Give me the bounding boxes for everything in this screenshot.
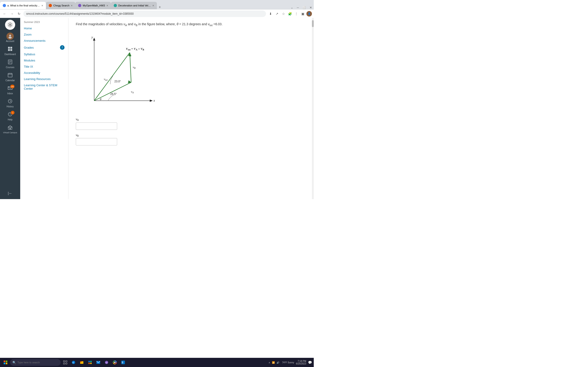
tab-4-title: Deceleration and Initial Velocity... xyxy=(118,4,151,7)
tab-1-favicon xyxy=(3,4,6,7)
va-subscript: A xyxy=(77,119,79,122)
sidebar-item-calendar[interactable]: Calendar xyxy=(0,71,20,84)
nav-link-modules[interactable]: Modules xyxy=(20,57,68,64)
history-icon xyxy=(8,99,13,105)
svg-point-7 xyxy=(8,23,9,24)
nav-panel: Summer 2023 Home Zoom Announcements Grad… xyxy=(20,18,69,199)
dashboard-label: Dashboard xyxy=(5,53,16,56)
nav-grades-row: Grades 7 xyxy=(20,44,68,51)
minimize-button[interactable]: ─ xyxy=(295,6,301,9)
collapse-icon: |← xyxy=(8,191,12,195)
nav-link-home[interactable]: Home xyxy=(20,25,68,31)
vb-label: vB xyxy=(76,133,304,137)
profile-avatar[interactable]: 👤 xyxy=(306,11,312,17)
svg-line-37 xyxy=(130,52,131,82)
sidebar-item-dashboard[interactable]: Dashboard xyxy=(0,44,20,58)
tab-4-close[interactable]: ✕ xyxy=(152,4,154,7)
toolbar-icons: ⬇ ↗ ☆ 🧩 ⋮ ▣ 👤 xyxy=(268,11,312,17)
svg-marker-29 xyxy=(93,38,95,41)
nav-link-learning-center[interactable]: Learning Center & STEM Center xyxy=(20,82,68,92)
tab-list-button[interactable]: ⌄ xyxy=(289,6,295,9)
main-layout: Account Dashboard xyxy=(0,18,314,199)
svg-text:x: x xyxy=(153,99,155,102)
bookmark-icon[interactable]: ☆ xyxy=(281,11,286,17)
account-label: Account xyxy=(6,40,14,43)
question-text: Find the magnitudes of velocities vA and… xyxy=(76,22,304,27)
vb-input[interactable] xyxy=(76,138,117,145)
sidebar-item-courses[interactable]: Courses xyxy=(0,58,20,71)
forward-button[interactable]: → xyxy=(9,11,15,16)
vb-subscript: B xyxy=(77,135,79,137)
svg-rect-27 xyxy=(10,128,10,129)
svg-text:26.5°: 26.5° xyxy=(110,92,117,96)
tab-3-favicon xyxy=(78,4,81,7)
back-button[interactable]: ← xyxy=(2,11,7,16)
svg-rect-13 xyxy=(10,49,12,51)
svg-point-9 xyxy=(9,37,12,39)
url-input[interactable] xyxy=(23,10,266,17)
tab-1-close[interactable]: ✕ xyxy=(41,4,43,7)
va-label: vA xyxy=(76,118,304,121)
sidebar-item-virtual-campus[interactable]: Virtual Campus xyxy=(0,123,20,136)
history-label: History xyxy=(6,105,14,108)
vector-diagram: y x xyxy=(80,32,304,111)
vector-diagram-svg: y x xyxy=(80,32,158,110)
nav-link-learning-resources[interactable]: Learning Resources xyxy=(20,76,68,82)
sidebar: Account Dashboard xyxy=(0,18,20,199)
dashboard-icon xyxy=(8,46,13,52)
tab-bar: a. What is the final velocity of a f... … xyxy=(0,0,314,9)
download-icon[interactable]: ⬇ xyxy=(268,11,273,17)
tab-4[interactable]: Deceleration and Initial Velocity... ✕ xyxy=(111,2,157,9)
svg-text:23.0°: 23.0° xyxy=(114,80,121,83)
restore-button[interactable]: ⬜ xyxy=(301,6,308,9)
virtual-campus-label: Virtual Campus xyxy=(3,131,17,134)
address-bar: ← → ↻ ⬇ ↗ ☆ 🧩 ⋮ ▣ 👤 xyxy=(0,9,314,18)
svg-marker-32 xyxy=(150,100,153,102)
close-browser-button[interactable]: ✕ xyxy=(308,6,314,9)
svg-point-8 xyxy=(9,35,11,36)
svg-rect-10 xyxy=(8,47,10,49)
svg-text:vB: vB xyxy=(133,65,136,69)
nav-link-syllabus[interactable]: Syllabus xyxy=(20,51,68,57)
svg-text:?: ? xyxy=(9,113,11,116)
calendar-icon xyxy=(8,73,13,79)
tab-2[interactable]: Chegg Search ✕ xyxy=(46,2,75,9)
content-area: Find the magnitudes of velocities vA and… xyxy=(69,18,312,199)
share-icon[interactable]: ↗ xyxy=(274,11,280,17)
sidebar-item-history[interactable]: History xyxy=(0,97,20,110)
sidebar-item-account[interactable]: Account xyxy=(0,31,20,44)
extensions-icon[interactable]: 🧩 xyxy=(287,11,293,17)
sidebar-item-inbox[interactable]: 255 Inbox xyxy=(0,84,20,97)
calendar-label: Calendar xyxy=(6,79,15,82)
svg-marker-26 xyxy=(8,125,12,127)
scrollbar-track xyxy=(312,18,314,199)
tab-1[interactable]: a. What is the final velocity of a f... … xyxy=(0,2,46,9)
browser-menu-icon[interactable]: ⋮ xyxy=(294,11,299,17)
sidebar-collapse-button[interactable]: |← xyxy=(0,190,20,197)
nav-link-zoom[interactable]: Zoom xyxy=(20,31,68,38)
svg-text:θ: θ xyxy=(100,98,102,101)
va-input[interactable] xyxy=(76,123,117,130)
tab-2-title: Chegg Search xyxy=(53,4,69,7)
tab-2-close[interactable]: ✕ xyxy=(71,4,73,7)
scrollbar-thumb[interactable] xyxy=(312,20,314,27)
new-tab-button[interactable]: + xyxy=(157,5,163,9)
refresh-button[interactable]: ↻ xyxy=(17,11,22,16)
help-count-badge: 1 xyxy=(11,111,15,115)
sidebar-item-help[interactable]: ? 1 Help xyxy=(0,110,20,123)
account-avatar xyxy=(6,33,14,40)
canvas-logo[interactable] xyxy=(5,20,15,30)
tab-3[interactable]: MyOpenMath_HW3 ✕ xyxy=(75,2,111,9)
tab-4-favicon xyxy=(114,4,117,7)
nav-link-announcements[interactable]: Announcements xyxy=(20,38,68,44)
nav-link-accessibility[interactable]: Accessibility xyxy=(20,70,68,76)
courses-label: Courses xyxy=(6,66,14,69)
svg-point-1 xyxy=(9,24,11,26)
help-badge-container: ? 1 xyxy=(8,112,13,118)
tab-3-close[interactable]: ✕ xyxy=(106,4,108,7)
nav-link-title-ix[interactable]: Title IX xyxy=(20,64,68,70)
svg-point-5 xyxy=(10,26,10,27)
sidebar-toggle-icon[interactable]: ▣ xyxy=(300,11,305,17)
nav-link-grades[interactable]: Grades xyxy=(24,46,34,49)
inbox-badge-container: 255 xyxy=(8,85,13,92)
